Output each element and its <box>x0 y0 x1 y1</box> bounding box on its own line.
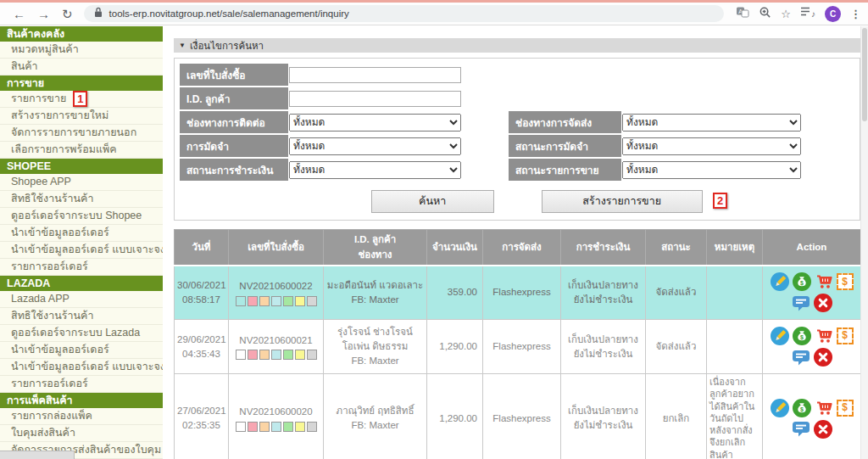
status-checkbox[interactable] <box>248 350 258 360</box>
status-checkbox[interactable] <box>271 296 281 306</box>
payment-line2: ยังไม่ชำระเงิน <box>564 347 643 361</box>
scrollbar-thumb[interactable] <box>862 28 867 121</box>
money-bag-icon[interactable]: $ <box>793 327 811 345</box>
customer-name: ภาณุวิทย์ ฤทธิสิทธิ์ <box>326 404 424 418</box>
cancel-icon[interactable] <box>814 348 832 367</box>
shipping-cell: Flashexpress <box>483 374 561 459</box>
status-checkbox[interactable] <box>271 350 281 360</box>
sidebar-item[interactable]: นำเข้าข้อมูลออร์เดอร์ <box>0 225 163 242</box>
cart-icon[interactable] <box>815 399 833 417</box>
sidebar-item[interactable]: สิทธิใช้งานร้านค้า <box>0 191 163 208</box>
edit-icon[interactable] <box>771 399 789 417</box>
cancel-icon[interactable] <box>814 294 832 312</box>
sidebar-item[interactable]: นำเข้าข้อมูลออร์เดอร์ แบบเจาะจง <box>0 242 163 259</box>
sidebar-item[interactable]: เลือกรายการพร้อมแพ็ค <box>0 142 163 159</box>
search-panel-header[interactable]: ▼ เงื่อนไขการค้นหา <box>174 38 860 53</box>
sidebar-item-label: รายการออร์เดอร์ <box>11 259 88 275</box>
sidebar-item[interactable]: ดูออร์เดอร์จากระบบ Lazada <box>0 325 163 342</box>
sidebar-item[interactable]: นำเข้าข้อมูลออร์เดอร์ <box>0 342 163 359</box>
sidebar-item[interactable]: สิทธิใช้งานร้านค้า <box>0 308 163 325</box>
money-bag-icon[interactable]: $ <box>793 399 811 417</box>
status-checkbox[interactable] <box>283 422 293 432</box>
status-checkbox[interactable] <box>248 296 258 306</box>
sidebar-item-label: ดูออร์เดอร์จากระบบ Shopee <box>11 208 142 224</box>
sidebar-item[interactable]: จัดการรายการขายภายนอก <box>0 125 163 142</box>
status-checkbox[interactable] <box>283 350 293 360</box>
reload-icon[interactable]: ↻ <box>62 8 73 20</box>
status-checkbox[interactable] <box>271 422 281 432</box>
status-checkbox[interactable] <box>259 296 270 306</box>
sidebar-item-label: Shopee APP <box>11 174 71 190</box>
sidebar-item[interactable]: นำเข้าข้อมูลออร์เดอร์ แบบเจาะจง <box>0 359 163 376</box>
payment-status-select[interactable]: ทั้งหมด <box>289 161 461 179</box>
status-checkbox[interactable] <box>307 350 317 360</box>
sidebar-item[interactable]: รายการขาย1 <box>0 91 163 108</box>
browser-menu-icon[interactable]: ⋮ <box>850 8 861 20</box>
bill-icon[interactable]: $ <box>837 327 854 344</box>
shipping-cell: Flashexpress <box>483 266 561 320</box>
edit-icon[interactable] <box>771 327 789 345</box>
status-checkbox[interactable] <box>307 296 317 306</box>
deposit-select[interactable]: ทั้งหมด <box>289 137 461 155</box>
comment-icon[interactable] <box>792 420 810 439</box>
address-bar[interactable]: tools-erp.novitatgroup.net/sale/salemana… <box>84 5 725 22</box>
sidebar-item[interactable]: ดูออร์เดอร์จากระบบ Shopee <box>0 208 163 225</box>
customer-id-input[interactable] <box>289 91 461 107</box>
sidebar-item[interactable]: Lazada APP <box>0 291 163 308</box>
status-checkbox[interactable] <box>259 350 270 360</box>
edit-icon[interactable] <box>771 272 789 291</box>
sale-status-select[interactable]: ทั้งหมด <box>622 161 801 179</box>
status-checkbox[interactable] <box>236 296 246 306</box>
customer-id-label: I.D. ลูกค้า <box>180 87 288 109</box>
payment-cell: เก็บเงินปลายทางยังไม่ชำระเงิน <box>561 266 646 320</box>
time-text: 08:58:17 <box>177 293 225 307</box>
sidebar-item[interactable]: Shopee APP <box>0 174 163 191</box>
status-checkbox[interactable] <box>283 296 293 306</box>
status-checkbox[interactable] <box>236 350 246 360</box>
sidebar-item[interactable]: สร้างรายการขายใหม่ <box>0 108 163 125</box>
status-checkbox[interactable] <box>259 422 270 432</box>
status-checkbox[interactable] <box>295 296 305 306</box>
status-checkbox[interactable] <box>307 422 317 432</box>
sidebar-item[interactable]: หมวดหมู่สินค้า <box>0 42 163 59</box>
lock-icon[interactable] <box>94 6 103 21</box>
translate-icon[interactable]: A <box>736 5 749 22</box>
svg-text:$: $ <box>800 334 804 341</box>
status-checkbox[interactable] <box>236 422 246 432</box>
action-cell: $ $ <box>763 320 861 374</box>
search-button[interactable]: ค้นหา <box>371 190 494 213</box>
status-checkbox[interactable] <box>295 350 305 360</box>
cart-icon[interactable] <box>815 327 833 345</box>
cancel-icon[interactable] <box>814 420 832 439</box>
contact-channel-select[interactable]: ทั้งหมด <box>289 114 461 132</box>
sidebar-item[interactable]: ใบคุมส่งสินค้า <box>0 425 163 442</box>
status-checkbox[interactable] <box>295 422 305 432</box>
status-checkbox[interactable] <box>248 422 258 432</box>
sidebar-item[interactable]: รายการออร์เดอร์ <box>0 259 163 276</box>
bill-icon[interactable]: $ <box>837 273 854 290</box>
back-icon[interactable]: ← <box>13 8 25 20</box>
profile-avatar[interactable]: C <box>825 6 841 22</box>
comment-icon[interactable] <box>792 348 810 367</box>
deposit-status-select[interactable]: ทั้งหมด <box>622 137 801 155</box>
forward-icon[interactable]: → <box>37 8 50 20</box>
comment-icon[interactable] <box>792 294 810 312</box>
sidebar-item[interactable]: สินค้า <box>0 59 163 76</box>
action-cell: $ $ <box>763 266 861 320</box>
time-text: 04:35:43 <box>177 347 225 361</box>
shipping-channel-select[interactable]: ทั้งหมด <box>622 114 801 132</box>
bookmark-star-icon[interactable]: ☆ <box>781 8 791 20</box>
bill-icon[interactable]: $ <box>837 400 854 417</box>
payment-line1: เก็บเงินปลายทาง <box>564 404 643 418</box>
create-sale-button[interactable]: สร้างรายการขาย <box>542 190 703 213</box>
sidebar-item[interactable]: รายการออร์เดอร์ <box>0 376 163 393</box>
page-scrollbar[interactable] <box>860 26 868 459</box>
sidebar-item[interactable]: รายการกล่องแพ็ค <box>0 408 163 425</box>
money-bag-icon[interactable]: $ <box>793 272 811 291</box>
customer-name: มะอดือนันท์ แวดอเลาะ <box>326 278 424 293</box>
cart-icon[interactable] <box>815 272 833 291</box>
media-controls-icon[interactable]: ♪ <box>800 6 815 21</box>
zoom-icon[interactable] <box>759 6 771 22</box>
order-no-input[interactable] <box>289 67 461 83</box>
order-cell: NV20210600022 <box>229 266 324 320</box>
